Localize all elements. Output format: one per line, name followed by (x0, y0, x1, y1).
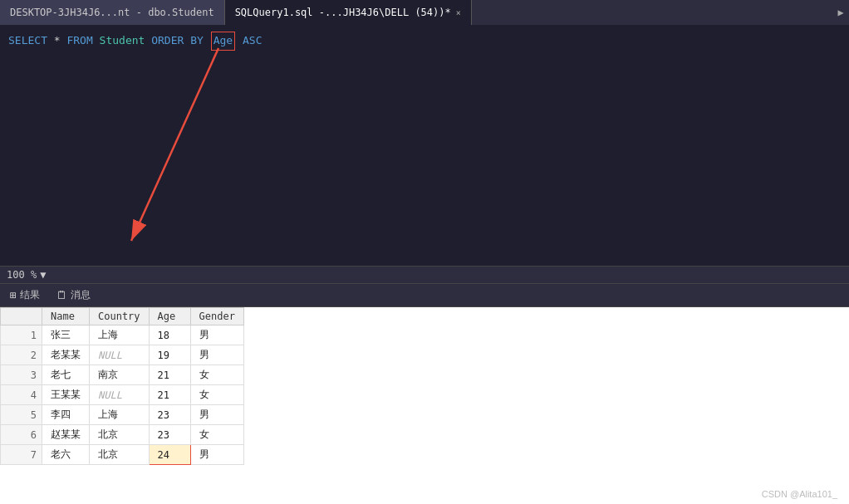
results-table: Name Country Age Gender 1张三上海18男2老某某NULL… (0, 307, 244, 465)
kw-from: FROM (66, 32, 92, 50)
scroll-right-icon: ▶ (837, 7, 843, 18)
kw-table: Student (100, 32, 145, 50)
kw-by: BY (190, 32, 204, 50)
tab-close-icon[interactable]: × (456, 8, 461, 17)
cell-country: 南京 (90, 365, 150, 385)
results-label: 结果 (20, 288, 40, 302)
scroll-right: ▶ (832, 0, 849, 25)
col-age: Age (149, 308, 190, 325)
col-gender: Gender (190, 308, 243, 325)
zoom-arrow-icon[interactable]: ▼ (40, 269, 46, 281)
cell-gender: 女 (190, 385, 243, 405)
cell-name: 张三 (42, 325, 90, 345)
cell-country: 上海 (90, 325, 150, 345)
col-rownum (1, 308, 42, 325)
cell-age: 19 (149, 345, 190, 365)
cell-rownum: 4 (1, 385, 42, 405)
tab-query-label: SQLQuery1.sql -...JH34J6\DELL (54))* (235, 7, 451, 18)
kw-star: * (54, 32, 61, 50)
tab-query[interactable]: SQLQuery1.sql -...JH34J6\DELL (54))* × (225, 0, 472, 25)
cell-gender: 男 (190, 405, 243, 425)
cell-country: 北京 (90, 445, 150, 465)
cell-rownum: 7 (1, 445, 42, 465)
cell-name: 老某某 (42, 345, 90, 365)
cell-age: 21 (149, 365, 190, 385)
cell-name: 老七 (42, 365, 90, 385)
cell-country: NULL (90, 385, 150, 405)
tab-results[interactable]: ⊞ 结果 (7, 286, 43, 304)
cell-rownum: 6 (1, 425, 42, 445)
results-panel: Name Country Age Gender 1张三上海18男2老某某NULL… (0, 307, 849, 504)
table-row: 7老六北京24男 (1, 445, 244, 465)
cell-country: 上海 (90, 405, 150, 425)
watermark: CSDN @Alita101_ (762, 489, 837, 499)
code-line: SELECT * FROM Student ORDER BY Age ASC (8, 32, 841, 51)
cell-name: 老六 (42, 445, 90, 465)
tab-db-label: DESKTOP-3JH34J6...nt - dbo.Student (10, 7, 214, 18)
tab-messages[interactable]: 🗒 消息 (53, 286, 94, 304)
kw-select: SELECT (8, 32, 47, 50)
cell-rownum: 1 (1, 325, 42, 345)
kw-order: ORDER (151, 32, 184, 50)
table-row: 6赵某某北京23女 (1, 425, 244, 445)
cell-gender: 女 (190, 365, 243, 385)
cell-country: NULL (90, 345, 150, 365)
cell-name: 王某某 (42, 385, 90, 405)
table-row: 1张三上海18男 (1, 325, 244, 345)
messages-icon: 🗒 (56, 289, 67, 301)
zoom-bar: 100 % ▼ (0, 266, 849, 284)
table-row: 3老七南京21女 (1, 365, 244, 385)
cell-age: 18 (149, 325, 190, 345)
cell-name: 李四 (42, 405, 90, 425)
editor-area[interactable]: SELECT * FROM Student ORDER BY Age ASC (0, 25, 849, 266)
cell-gender: 男 (190, 445, 243, 465)
cell-age: 24 (149, 445, 190, 465)
cell-name: 赵某某 (42, 425, 90, 445)
arrow-overlay (0, 25, 849, 266)
svg-line-1 (131, 48, 218, 241)
table-row: 4王某某NULL21女 (1, 385, 244, 405)
col-name: Name (42, 308, 90, 325)
cell-rownum: 3 (1, 365, 42, 385)
cell-country: 北京 (90, 425, 150, 445)
tab-db[interactable]: DESKTOP-3JH34J6...nt - dbo.Student (0, 0, 225, 25)
cell-gender: 男 (190, 345, 243, 365)
results-icon: ⊞ (10, 289, 17, 301)
kw-asc: ASC (243, 32, 262, 50)
cell-gender: 女 (190, 425, 243, 445)
cell-age: 23 (149, 425, 190, 445)
cell-age: 23 (149, 405, 190, 425)
zoom-label: 100 % (7, 269, 37, 281)
messages-label: 消息 (71, 288, 91, 302)
cell-rownum: 2 (1, 345, 42, 365)
results-tabs: ⊞ 结果 🗒 消息 (0, 284, 849, 307)
table-row: 2老某某NULL19男 (1, 345, 244, 365)
title-bar: DESKTOP-3JH34J6...nt - dbo.Student SQLQu… (0, 0, 849, 25)
kw-age-highlighted: Age (211, 32, 235, 51)
cell-age: 21 (149, 385, 190, 405)
col-country: Country (90, 308, 150, 325)
cell-rownum: 5 (1, 405, 42, 425)
table-header-row: Name Country Age Gender (1, 308, 244, 325)
cell-gender: 男 (190, 325, 243, 345)
table-row: 5李四上海23男 (1, 405, 244, 425)
